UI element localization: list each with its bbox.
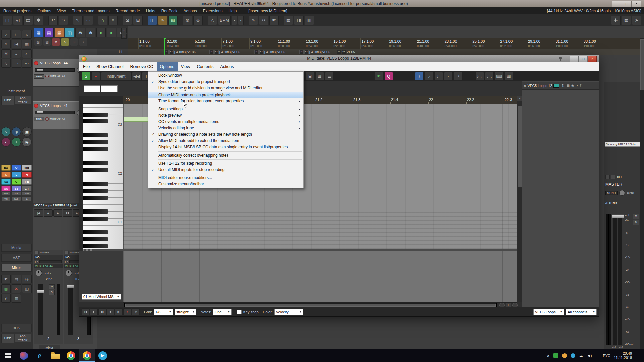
- fx-dot-icon[interactable]: ◉: [22, 137, 32, 147]
- scrollbar-thumb[interactable]: [640, 39, 644, 90]
- actions-run[interactable]: ➤: [632, 16, 641, 25]
- tray-cloud-icon[interactable]: ☁: [579, 353, 583, 358]
- note-quarter-icon[interactable]: ♩: [12, 30, 21, 39]
- media-item-chip[interactable]: MFXVEC5: [337, 50, 355, 54]
- strip-pan-knob[interactable]: [36, 270, 42, 276]
- playhead-marker[interactable]: [164, 38, 165, 55]
- fx-chip-r[interactable]: R: [22, 172, 32, 178]
- add-track-button[interactable]: ADD TRACK: [15, 96, 31, 104]
- scrollbar-thumb[interactable]: [125, 304, 496, 307]
- fx-icon[interactable]: [611, 175, 615, 179]
- midi-menu-view[interactable]: View: [178, 62, 194, 71]
- go-start[interactable]: |◀: [34, 209, 43, 217]
- save-small-icon[interactable]: ▤: [12, 275, 21, 283]
- fx-tiny-vib[interactable]: Vib: [1, 197, 11, 201]
- record-arm-icon[interactable]: [34, 61, 38, 65]
- hardware-output-label[interactable]: Steinberg UR22 1 / Stein: [605, 142, 640, 147]
- mixer-toggle[interactable]: ▥: [305, 16, 314, 25]
- grid-mini-icon[interactable]: ▦: [22, 40, 32, 48]
- fx-disc-icon[interactable]: ◎: [12, 127, 21, 136]
- sidebar-item-bus[interactable]: BUS: [1, 324, 32, 332]
- pin-icon[interactable]: [558, 57, 562, 61]
- media-item-chip[interactable]: MFX[-4.90dB] VEC5: [254, 50, 285, 54]
- menu-item-note-preview[interactable]: Note preview▸: [148, 112, 303, 119]
- pause[interactable]: ▮▮: [98, 308, 106, 315]
- quantize-button[interactable]: Q: [384, 72, 393, 80]
- fx-chip-os[interactable]: OS: [1, 186, 11, 192]
- mono-button[interactable]: MONO: [605, 191, 618, 195]
- item-fx-icon[interactable]: FX: [214, 50, 219, 54]
- fx-chip-fe[interactable]: FE: [22, 179, 32, 185]
- virtual-keyboard-button[interactable]: ⌨: [495, 72, 503, 80]
- freeze-icon-2[interactable]: ❄: [86, 28, 95, 37]
- master-mute-button[interactable]: M: [633, 214, 639, 219]
- dotted-toggle[interactable]: ·: [444, 72, 453, 80]
- tray-expand-icon[interactable]: ∧: [547, 353, 550, 358]
- strip-io-button[interactable]: I/O: [34, 255, 63, 260]
- menu-item-time-format-for-ruler-transport-event-pr[interactable]: Time format for ruler, transport, event …: [148, 98, 303, 104]
- splitter-grip-icon[interactable]: [83, 249, 93, 251]
- freeze-icon[interactable]: ❄: [75, 28, 85, 37]
- telegram-app[interactable]: [95, 349, 110, 362]
- go-end[interactable]: ▶|: [115, 308, 123, 315]
- item-mute-icon[interactable]: M: [337, 50, 341, 54]
- env-icon[interactable]: [605, 175, 610, 179]
- menu-item-automatically-correct-overlapping-notes[interactable]: Automatically correct overlapping notes: [148, 152, 303, 159]
- visibility-icon[interactable]: ◉: [571, 84, 574, 87]
- sidebar-item-media[interactable]: Media: [1, 244, 32, 252]
- rows-small-icon[interactable]: ▥: [12, 294, 21, 303]
- strip-spinner-down[interactable]: ▼: [121, 34, 127, 39]
- color-mode-select[interactable]: Velocity▼: [274, 309, 303, 315]
- piano-black-key[interactable]: [83, 244, 108, 248]
- close-red-icon[interactable]: ✖: [12, 284, 21, 293]
- fx-chip-s1[interactable]: S1: [12, 186, 21, 192]
- note-beamed-icon[interactable]: ♫: [22, 30, 32, 39]
- edit-cursor[interactable]: ↖: [73, 16, 83, 25]
- zoom-in[interactable]: ⊕: [183, 16, 192, 25]
- filter-input-2[interactable]: [101, 85, 118, 92]
- redo[interactable]: ↷: [59, 16, 68, 25]
- fx-slot-bar[interactable]: [39, 260, 62, 263]
- midi-menu-options[interactable]: Options: [157, 62, 178, 71]
- screenset[interactable]: ▦: [284, 16, 293, 25]
- fx-small-ms[interactable]: MS: [12, 191, 21, 196]
- menu-item-cc-events-in-multiple-media-items[interactable]: CC events in multiple media items▸: [148, 119, 303, 125]
- insert-note-button[interactable]: ⊞: [306, 72, 314, 80]
- menu-links[interactable]: Links: [146, 9, 155, 13]
- language-indicator[interactable]: РУС: [603, 354, 610, 358]
- hide-button-2[interactable]: HIDE: [1, 334, 14, 343]
- window-minimize-button[interactable]: —: [612, 1, 622, 7]
- midi-menu-actions[interactable]: Actions: [217, 62, 237, 71]
- item-fx-icon[interactable]: FX: [169, 50, 174, 54]
- piano-black-key[interactable]: [83, 217, 108, 221]
- hand-tool[interactable]: ☛: [269, 16, 279, 25]
- route-icon[interactable]: [35, 251, 39, 254]
- midi-menu-file[interactable]: File: [79, 62, 93, 71]
- instrument-dropdown[interactable]: Instrument: [101, 72, 131, 80]
- rect-mini-icon[interactable]: ▭: [12, 59, 21, 68]
- tray-chrome-icon[interactable]: [562, 353, 567, 358]
- master-pan-knob[interactable]: [619, 190, 625, 196]
- mute-button[interactable]: M: [49, 284, 55, 289]
- strip-pan-knob[interactable]: [66, 270, 72, 276]
- bpm-down[interactable]: ▾: [238, 16, 244, 25]
- menu-options[interactable]: Options: [37, 9, 51, 13]
- window-maximize-button[interactable]: ▢: [622, 1, 632, 7]
- small-grid-icon[interactable]: ⊞: [70, 38, 78, 46]
- tray-volume-icon[interactable]: ◄): [587, 353, 592, 358]
- trim-button[interactable]: TRIM: [34, 74, 44, 79]
- hide-button[interactable]: HIDE: [1, 96, 14, 105]
- media-item-chip[interactable]: MFX[-4.60dB] VEC5: [209, 50, 240, 54]
- repeat[interactable]: ↻: [132, 308, 140, 315]
- note-length-straight[interactable]: ♪: [415, 72, 424, 80]
- fx-phase-icon[interactable]: ◐: [1, 137, 11, 147]
- midi-editor-maximize-button[interactable]: ▢: [579, 56, 588, 62]
- piano-black-key[interactable]: [83, 133, 108, 137]
- midi-menu-remove-cc[interactable]: Remove CC: [127, 62, 156, 71]
- play-arrow-icon-2[interactable]: ➤: [107, 28, 116, 37]
- route-icon[interactable]: [65, 251, 69, 254]
- menu-actions[interactable]: Actions: [183, 9, 197, 13]
- swing-select[interactable]: straight▼: [175, 309, 196, 315]
- rewind-mini-icon[interactable]: |◀: [12, 40, 21, 48]
- play-arrow-icon[interactable]: ➤: [96, 28, 106, 37]
